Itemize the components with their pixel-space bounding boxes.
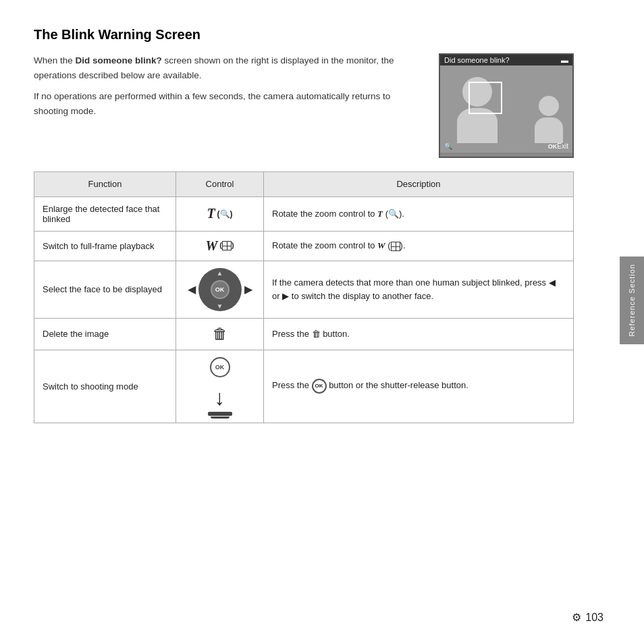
control-cell-2: W () <box>176 231 264 261</box>
function-cell-5: Switch to shooting mode <box>34 350 176 423</box>
description-cell-4: Press the 🗑 button. <box>264 318 574 350</box>
arrow-down-icon: ▼ <box>217 302 223 310</box>
shutter-symbol: ↓ <box>208 385 232 416</box>
table-header-row: Function Control Description <box>34 172 574 197</box>
ok-button-inner: OK <box>211 280 230 299</box>
face-detection-box <box>468 82 502 114</box>
page-number: 103 <box>585 612 603 624</box>
dpad-container: ◀ ▲ ▼ OK ▶ <box>188 268 252 311</box>
person-body-small <box>535 117 563 143</box>
col-header-control: Control <box>176 172 264 197</box>
intro-paragraph-2: If no operations are performed within a … <box>34 89 423 118</box>
intro-text-before: When the <box>34 55 76 65</box>
intro-section: When the Did someone blink? screen shown… <box>34 53 574 158</box>
control-cell-3: ◀ ▲ ▼ OK ▶ <box>176 261 264 318</box>
ok-inline-icon: OK <box>312 379 327 394</box>
screen-title: Did someone blink? <box>444 56 510 64</box>
grid-icon <box>222 241 232 250</box>
screen-bottom-right: OKExit <box>548 142 568 150</box>
table-row: Select the face to be displayed ◀ ▲ ▼ OK <box>34 261 574 318</box>
person-small <box>535 96 563 143</box>
control-cell-1: T (🔍) <box>176 196 264 231</box>
function-cell-4: Delete the image <box>34 318 176 350</box>
grid-icon-desc <box>391 242 400 251</box>
screen-battery-icon: ▬ <box>561 56 568 64</box>
intro-bold: Did someone blink? <box>76 55 162 65</box>
zoom-w-control: W () <box>205 238 234 254</box>
shutter-base <box>208 412 232 416</box>
camera-screen: Did someone blink? ▬ 🔍 OKExit <box>439 53 574 158</box>
combined-control: OK ↓ <box>184 357 255 416</box>
control-cell-5: OK ↓ <box>176 350 264 423</box>
screen-bottom-left: 🔍 <box>444 142 452 150</box>
function-cell-3: Select the face to be displayed <box>34 261 176 318</box>
arrow-up-icon: ▲ <box>217 269 223 277</box>
zoom-t-control: T (🔍) <box>207 206 232 221</box>
camera-screen-header: Did someone blink? ▬ <box>440 55 572 65</box>
side-tab-label: Reference Section <box>628 264 636 337</box>
page-title: The Blink Warning Screen <box>34 27 574 43</box>
intro-paragraph-1: When the Did someone blink? screen shown… <box>34 53 423 82</box>
function-table: Function Control Description Enlarge the… <box>34 171 574 423</box>
right-arrow-icon: ▶ <box>244 283 252 296</box>
left-arrow-icon: ◀ <box>188 283 196 296</box>
control-cell-4: 🗑 <box>176 318 264 350</box>
table-row: Switch to full-frame playback W () Rotat… <box>34 231 574 261</box>
dpad-control: ▲ ▼ OK <box>198 268 242 311</box>
description-cell-5: Press the OK button or the shutter-relea… <box>264 350 574 423</box>
function-cell-1: Enlarge the detected face that blinked <box>34 196 176 231</box>
trash-icon: 🗑 <box>213 325 227 342</box>
camera-screen-body: 🔍 OKExit <box>440 65 572 153</box>
dpad-circle: ▲ ▼ OK <box>198 268 242 311</box>
page-number-area: ⚙ 103 <box>572 611 603 624</box>
description-cell-3: If the camera detects that more than one… <box>264 261 574 318</box>
side-tab: Reference Section <box>620 257 644 344</box>
function-cell-2: Switch to full-frame playback <box>34 231 176 261</box>
description-cell-2: Rotate the zoom control to W (). <box>264 231 574 261</box>
exit-label: Exit <box>557 142 568 150</box>
table-row: Switch to shooting mode OK ↓ Press the O… <box>34 350 574 423</box>
person-head-small <box>539 96 559 116</box>
page-icon: ⚙ <box>572 611 581 624</box>
description-cell-1: Rotate the zoom control to T (🔍). <box>264 196 574 231</box>
table-row: Enlarge the detected face that blinked T… <box>34 196 574 231</box>
ok-circle-button: OK <box>210 357 230 377</box>
col-header-description: Description <box>264 172 574 197</box>
table-row: Delete the image 🗑 Press the 🗑 button. <box>34 318 574 350</box>
intro-text: When the Did someone blink? screen shown… <box>34 53 423 158</box>
col-header-function: Function <box>34 172 176 197</box>
shutter-arrow-icon: ↓ <box>215 385 225 410</box>
